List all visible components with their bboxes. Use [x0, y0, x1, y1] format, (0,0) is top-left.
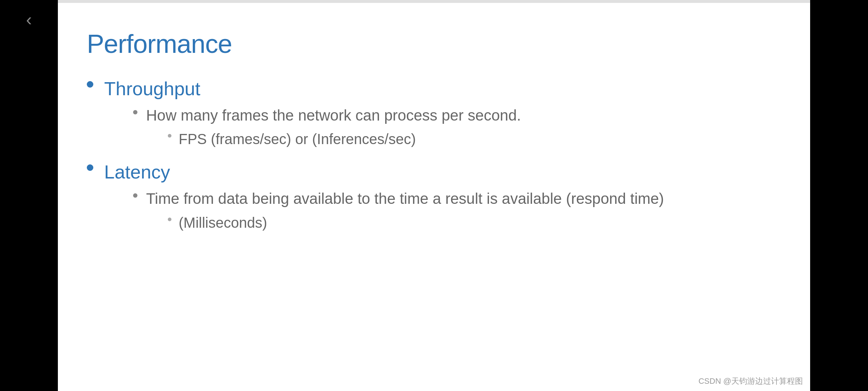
throughput-sub-1-text: How many frames the network can process … — [146, 107, 521, 124]
latency-subsub-bullets: (Milliseconds) — [168, 213, 664, 233]
latency-sub-1: Time from data being available to the ti… — [133, 188, 664, 233]
throughput-subsub-bullets: FPS (frames/sec) or (Inferences/sec) — [168, 129, 521, 149]
latency-subsub-1-text: (Milliseconds) — [179, 213, 267, 233]
throughput-subsub-1: FPS (frames/sec) or (Inferences/sec) — [168, 129, 521, 149]
throughput-subsub-1-text: FPS (frames/sec) or (Inferences/sec) — [179, 129, 416, 149]
latency-sub-1-text: Time from data being available to the ti… — [146, 190, 664, 207]
slide-title: Performance — [87, 29, 781, 59]
latency-sub-bullets: Time from data being available to the ti… — [133, 188, 664, 233]
bullet-l3-dot-1 — [168, 134, 171, 138]
throughput-sub-bullets: How many frames the network can process … — [133, 105, 521, 150]
bullet-l3-dot-2 — [168, 218, 171, 221]
left-panel: ‹ — [0, 0, 58, 391]
latency-label: Latency — [104, 161, 170, 182]
throughput-sub-1: How many frames the network can process … — [133, 105, 521, 150]
bullet-l1-dot-throughput — [87, 81, 93, 88]
throughput-label: Throughput — [104, 78, 200, 99]
bullet-l1-dot-latency — [87, 164, 93, 171]
slide-area: Performance Throughput How many frames t… — [58, 0, 810, 391]
bullet-latency: Latency Time from data being available t… — [87, 160, 781, 232]
watermark: CSDN @天钧游边过计算程图 — [698, 376, 803, 387]
bullet-throughput: Throughput How many frames the network c… — [87, 77, 781, 149]
latency-subsub-1: (Milliseconds) — [168, 213, 664, 233]
slide-content: Throughput How many frames the network c… — [87, 77, 781, 244]
right-panel — [810, 0, 868, 391]
top-bar — [58, 0, 810, 3]
bullet-l2-dot-2 — [133, 193, 137, 198]
bullet-l2-dot-1 — [133, 110, 137, 114]
back-arrow[interactable]: ‹ — [26, 11, 32, 28]
